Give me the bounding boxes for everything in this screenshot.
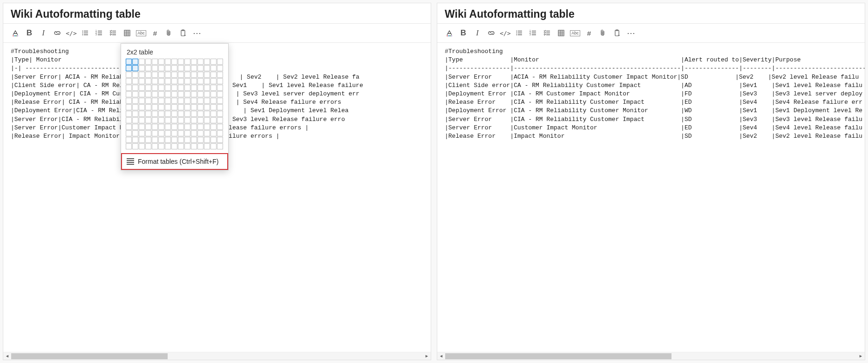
table-picker-cell[interactable]	[139, 111, 145, 117]
text-style-button[interactable]	[443, 27, 456, 40]
table-picker-cell[interactable]	[165, 98, 171, 104]
table-picker-cell[interactable]	[158, 72, 164, 78]
table-picker-cell[interactable]	[152, 85, 158, 91]
table-picker-cell[interactable]	[184, 91, 190, 97]
table-picker-cell[interactable]	[152, 59, 158, 65]
table-picker-cell[interactable]	[171, 59, 177, 65]
paste-button[interactable]	[176, 27, 190, 40]
table-picker-cell[interactable]	[139, 98, 145, 104]
table-picker-cell[interactable]	[217, 137, 223, 143]
table-picker-cell[interactable]	[171, 130, 177, 136]
table-picker-cell[interactable]	[132, 91, 138, 97]
table-picker-cell[interactable]	[178, 98, 184, 104]
table-picker-cell[interactable]	[165, 72, 171, 78]
table-picker-cell[interactable]	[152, 143, 158, 149]
table-picker-cell[interactable]	[165, 143, 171, 149]
table-picker-cell[interactable]	[126, 78, 132, 84]
table-picker-cell[interactable]	[132, 65, 138, 71]
table-picker-cell[interactable]	[126, 137, 132, 143]
table-picker-cell[interactable]	[145, 130, 151, 136]
table-picker-cell[interactable]	[139, 143, 145, 149]
table-button[interactable]: 2x2 table Format tables (Ctrl+Shift+F)	[121, 27, 134, 40]
table-picker-cell[interactable]	[145, 98, 151, 104]
table-picker-cell[interactable]	[145, 111, 151, 117]
table-picker-cell[interactable]	[191, 143, 197, 149]
table-picker-cell[interactable]	[171, 65, 177, 71]
table-picker-cell[interactable]	[152, 111, 158, 117]
table-picker-cell[interactable]	[178, 65, 184, 71]
scroll-thumb[interactable]	[11, 353, 168, 359]
table-picker-cell[interactable]	[178, 137, 184, 143]
table-picker-cell[interactable]	[191, 91, 197, 97]
table-picker-cell[interactable]	[126, 143, 132, 149]
table-picker-cell[interactable]	[217, 85, 223, 91]
table-picker-cell[interactable]	[197, 130, 203, 136]
table-picker-cell[interactable]	[204, 143, 210, 149]
more-button[interactable]: ⋯	[624, 27, 637, 40]
table-picker-cell[interactable]	[217, 59, 223, 65]
table-picker-cell[interactable]	[139, 72, 145, 78]
table-picker-cell[interactable]	[145, 72, 151, 78]
table-picker-cell[interactable]	[126, 72, 132, 78]
table-picker-cell[interactable]	[178, 117, 184, 123]
table-picker-cell[interactable]	[165, 59, 171, 65]
table-picker-cell[interactable]	[184, 85, 190, 91]
table-picker-cell[interactable]	[152, 65, 158, 71]
table-picker-cell[interactable]	[132, 137, 138, 143]
table-picker-cell[interactable]	[217, 117, 223, 123]
link-button[interactable]	[485, 27, 498, 40]
table-picker-cell[interactable]	[191, 78, 197, 84]
table-picker-cell[interactable]	[204, 65, 210, 71]
table-picker-cell[interactable]	[217, 130, 223, 136]
hash-button[interactable]: #	[583, 27, 596, 40]
table-picker-cell[interactable]	[204, 98, 210, 104]
hash-button[interactable]: #	[149, 27, 162, 40]
table-picker-cell[interactable]	[158, 143, 164, 149]
table-picker-cell[interactable]	[197, 78, 203, 84]
scroll-right-arrow[interactable]: ►	[423, 352, 431, 360]
table-picker-cell[interactable]	[165, 124, 171, 130]
table-picker-cell[interactable]	[191, 104, 197, 110]
table-picker-cell[interactable]	[210, 65, 217, 71]
table-picker-cell[interactable]	[210, 91, 217, 97]
table-picker-cell[interactable]	[191, 98, 197, 104]
table-picker-cell[interactable]	[217, 91, 223, 97]
table-picker-cell[interactable]	[204, 111, 210, 117]
table-picker-cell[interactable]	[184, 72, 190, 78]
table-picker-cell[interactable]	[197, 59, 203, 65]
table-picker-cell[interactable]	[165, 104, 171, 110]
table-picker-cell[interactable]	[126, 117, 132, 123]
table-picker-cell[interactable]	[126, 65, 132, 71]
table-picker-cell[interactable]	[178, 143, 184, 149]
table-picker-cell[interactable]	[158, 124, 164, 130]
table-picker-cell[interactable]	[171, 117, 177, 123]
checklist-button[interactable]	[107, 27, 120, 40]
table-picker-cell[interactable]	[158, 98, 164, 104]
page-title[interactable]: Wiki Autoformatting table	[445, 8, 857, 20]
table-picker-cell[interactable]	[178, 91, 184, 97]
table-picker-cell[interactable]	[184, 59, 190, 65]
table-picker-cell[interactable]	[145, 143, 151, 149]
table-picker-cell[interactable]	[184, 124, 190, 130]
table-picker-cell[interactable]	[178, 124, 184, 130]
table-picker-cell[interactable]	[178, 104, 184, 110]
table-picker-cell[interactable]	[171, 104, 177, 110]
table-picker-cell[interactable]	[217, 143, 223, 149]
table-picker-cell[interactable]	[165, 78, 171, 84]
table-picker-cell[interactable]	[139, 104, 145, 110]
table-picker-cell[interactable]	[132, 85, 138, 91]
table-picker-cell[interactable]	[132, 59, 138, 65]
page-title[interactable]: Wiki Autoformatting table	[11, 8, 423, 20]
table-picker-cell[interactable]	[158, 78, 164, 84]
table-picker-cell[interactable]	[126, 124, 132, 130]
table-picker-cell[interactable]	[158, 111, 164, 117]
table-picker-cell[interactable]	[139, 65, 145, 71]
table-picker-cell[interactable]	[158, 85, 164, 91]
table-picker-cell[interactable]	[204, 137, 210, 143]
table-picker-cell[interactable]	[197, 72, 203, 78]
table-picker-cell[interactable]	[152, 130, 158, 136]
table-picker-cell[interactable]	[126, 104, 132, 110]
table-picker-cell[interactable]	[210, 124, 217, 130]
table-picker-cell[interactable]	[171, 137, 177, 143]
table-picker-cell[interactable]	[158, 65, 164, 71]
